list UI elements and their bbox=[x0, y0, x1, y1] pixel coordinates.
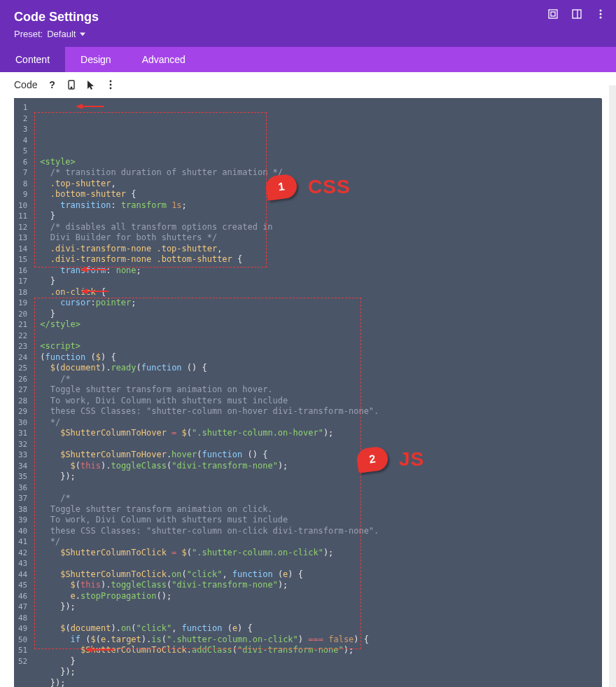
mobile-icon[interactable] bbox=[66, 80, 76, 90]
line-number: 8 bbox=[18, 179, 27, 190]
code-line[interactable]: (function ($) { bbox=[40, 352, 595, 363]
code-line[interactable]: $ShutterColumnToClick.addClass("divi-tra… bbox=[40, 645, 595, 656]
code-line[interactable]: cursor:pointer; bbox=[40, 298, 595, 309]
code-line[interactable]: transform: none; bbox=[40, 265, 595, 277]
help-icon[interactable]: ? bbox=[47, 80, 57, 90]
code-line[interactable]: <script> bbox=[40, 341, 595, 352]
line-number: 12 bbox=[18, 222, 27, 233]
line-number: 50 bbox=[18, 634, 27, 646]
tab-content[interactable]: Content bbox=[0, 47, 65, 72]
line-number: 46 bbox=[18, 591, 27, 602]
code-line[interactable]: e.stopPropagation(); bbox=[40, 591, 595, 602]
tab-advanced[interactable]: Advanced bbox=[127, 47, 201, 72]
code-line[interactable]: $ShutterColumnToHover.hover(function () … bbox=[40, 450, 595, 461]
line-number: 14 bbox=[18, 244, 27, 255]
line-number: 27 bbox=[18, 384, 27, 396]
code-line[interactable]: */ bbox=[40, 417, 595, 429]
code-line[interactable]: Divi Builder for both shutters */ bbox=[40, 233, 595, 244]
code-line[interactable]: }); bbox=[40, 602, 595, 613]
code-line[interactable]: $(this).toggleClass("divi-transform-none… bbox=[40, 461, 595, 472]
tab-design[interactable]: Design bbox=[65, 47, 127, 72]
cursor-icon[interactable] bbox=[86, 80, 96, 90]
code-line[interactable]: }); bbox=[40, 667, 595, 678]
code-line[interactable]: /* transition duration of shutter animat… bbox=[40, 167, 595, 179]
line-number: 13 bbox=[18, 233, 27, 244]
code-line[interactable] bbox=[40, 613, 595, 624]
expand-icon[interactable] bbox=[547, 8, 559, 20]
code-line[interactable]: .divi-transform-none .bottom-shutter { bbox=[40, 254, 595, 265]
code-line[interactable]: transition: transform 1s; bbox=[40, 200, 595, 211]
svg-rect-0 bbox=[549, 10, 557, 18]
code-line[interactable]: $ShutterColumnToClick.on("click", functi… bbox=[40, 569, 595, 581]
panel-layout-icon[interactable] bbox=[571, 8, 582, 20]
right-scroll-rail bbox=[609, 85, 616, 687]
code-line[interactable]: .divi-transform-none .top-shutter, bbox=[40, 244, 595, 255]
code-line[interactable]: } bbox=[40, 211, 595, 222]
line-number: 7 bbox=[18, 167, 27, 179]
panel-header: Code Settings Preset: Default bbox=[0, 0, 616, 47]
line-gutter: 1234567891011121314151617181920212223242… bbox=[14, 98, 33, 687]
code-line[interactable]: } bbox=[40, 276, 595, 287]
code-line[interactable]: }); bbox=[40, 471, 595, 483]
code-line[interactable]: .on-click { bbox=[40, 287, 595, 298]
code-line[interactable]: if ($(e.target).is(".shutter-column.on-c… bbox=[40, 634, 595, 646]
line-number: 31 bbox=[18, 428, 27, 439]
code-line[interactable]: these CSS Classes: "shutter-column on-cl… bbox=[40, 526, 595, 537]
line-number: 47 bbox=[18, 602, 27, 613]
line-number: 9 bbox=[18, 189, 27, 200]
code-line[interactable]: /* disables all transform options create… bbox=[40, 222, 595, 233]
code-line[interactable]: .bottom-shutter { bbox=[40, 189, 595, 200]
line-number: 26 bbox=[18, 374, 27, 385]
code-line[interactable]: $ShutterColumnToHover = $(".shutter-colu… bbox=[40, 428, 595, 439]
more-vert-icon[interactable] bbox=[106, 80, 115, 90]
svg-point-5 bbox=[600, 13, 602, 15]
more-vert-icon[interactable] bbox=[595, 8, 606, 20]
code-line[interactable]: </style> bbox=[40, 319, 595, 331]
line-number: 52 bbox=[18, 656, 27, 667]
code-line[interactable] bbox=[40, 558, 595, 569]
line-number: 36 bbox=[18, 483, 27, 494]
preset-dropdown[interactable]: Preset: Default bbox=[14, 29, 85, 39]
code-body[interactable]: <style> /* transition duration of shutte… bbox=[33, 98, 602, 687]
code-line[interactable] bbox=[40, 483, 595, 494]
line-number: 37 bbox=[18, 493, 27, 504]
svg-point-4 bbox=[600, 10, 602, 12]
code-line[interactable]: these CSS Classes: "shutter-column on-ho… bbox=[40, 406, 595, 417]
line-number: 16 bbox=[18, 265, 27, 277]
line-number: 5 bbox=[18, 146, 27, 157]
svg-rect-1 bbox=[551, 12, 555, 16]
line-number: 10 bbox=[18, 200, 27, 211]
header-icon-group bbox=[547, 8, 606, 20]
code-line[interactable] bbox=[40, 439, 595, 450]
line-number: 25 bbox=[18, 363, 27, 374]
code-line[interactable]: $ShutterColumnToClick = $(".shutter-colu… bbox=[40, 548, 595, 559]
code-editor[interactable]: 1234567891011121314151617181920212223242… bbox=[14, 98, 602, 687]
line-number: 6 bbox=[18, 157, 27, 168]
code-line[interactable]: <style> bbox=[40, 157, 595, 168]
code-line[interactable]: Toggle shutter transform animation on cl… bbox=[40, 504, 595, 515]
code-line[interactable]: } bbox=[40, 309, 595, 320]
line-number: 17 bbox=[18, 276, 27, 287]
code-line[interactable]: $(document).ready(function () { bbox=[40, 363, 595, 374]
code-line[interactable]: .top-shutter, bbox=[40, 179, 595, 190]
code-line[interactable]: */ bbox=[40, 536, 595, 548]
line-number: 1 bbox=[18, 102, 27, 113]
code-line[interactable]: $(this).toggleClass("divi-transform-none… bbox=[40, 580, 595, 591]
line-number: 18 bbox=[18, 287, 27, 298]
code-line[interactable]: $(document).on("click", function (e) { bbox=[40, 623, 595, 634]
line-number: 38 bbox=[18, 504, 27, 515]
line-number: 40 bbox=[18, 526, 27, 537]
code-field-label: Code bbox=[14, 79, 37, 90]
code-line[interactable]: To work, Divi Column with shutters must … bbox=[40, 396, 595, 407]
code-line[interactable]: To work, Divi Column with shutters must … bbox=[40, 515, 595, 526]
tab-bar: Content Design Advanced bbox=[0, 47, 616, 72]
line-number: 23 bbox=[18, 341, 27, 352]
panel-title: Code Settings bbox=[14, 10, 602, 25]
line-number: 30 bbox=[18, 417, 27, 429]
code-line[interactable]: Toggle shutter transform animation on ho… bbox=[40, 384, 595, 396]
code-line[interactable]: }); bbox=[40, 678, 595, 688]
code-line[interactable]: } bbox=[40, 656, 595, 667]
code-line[interactable]: /* bbox=[40, 374, 595, 385]
code-line[interactable] bbox=[40, 331, 595, 342]
code-line[interactable]: /* bbox=[40, 493, 595, 504]
